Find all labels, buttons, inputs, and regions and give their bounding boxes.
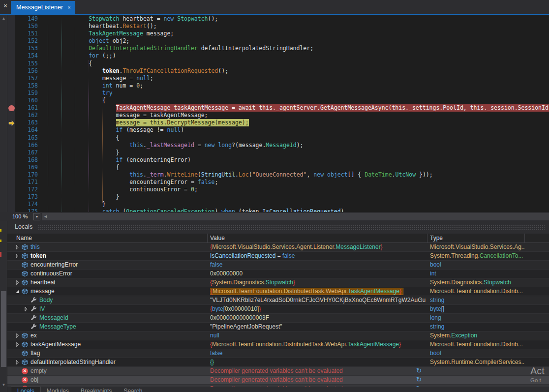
code-token: _term — [147, 171, 164, 178]
code-token: (message != — [122, 126, 167, 133]
locals-row[interactable]: IV{byte[0x00000010]}byte[] — [7, 305, 549, 314]
scroll-down-icon[interactable]: ▼ — [1, 383, 6, 388]
code-line[interactable]: 156token.ThrowIfCancellationRequested(); — [7, 67, 549, 75]
collapse-icon[interactable] — [15, 289, 20, 296]
object-cube-icon — [22, 332, 28, 340]
code-line[interactable]: 160{ — [7, 97, 549, 104]
window-close-icon[interactable]: × — [1, 1, 9, 10]
locals-row[interactable]: taskAgentMessage{Microsoft.TeamFoundatio… — [7, 340, 549, 349]
code-line[interactable]: 149Stopwatch heartbeat = new Stopwatch()… — [7, 15, 549, 23]
locals-row[interactable]: Body"VLJTd0NKRbliz7eL4rxadSoD0rnkCFJcGVH… — [7, 296, 549, 305]
tool-tab-search[interactable]: Search — [118, 387, 148, 392]
code-line[interactable]: 165{ — [7, 134, 549, 142]
code-line[interactable]: 169{ — [7, 164, 549, 171]
execution-arrow-icon[interactable] — [8, 120, 15, 128]
scroll-up-icon[interactable]: ▲ — [1, 16, 6, 21]
column-header-name[interactable]: Name — [16, 235, 32, 241]
code-token: DateTime — [365, 171, 392, 178]
scroll-left-icon[interactable]: ◄ — [43, 214, 48, 219]
code-line[interactable]: 166this._lastMessageId = new long?(messa… — [7, 142, 549, 149]
locals-row[interactable]: MessageId0x000000000000003Flong — [7, 314, 549, 323]
tool-tab-modules[interactable]: Modules — [41, 387, 75, 392]
locals-row[interactable]: encounteringErrorfalsebool — [7, 261, 549, 270]
variable-name: heartbeat — [30, 279, 56, 286]
scrollbar-thumb[interactable] — [1, 291, 6, 367]
variable-type: string — [430, 297, 524, 303]
code-line[interactable]: 175catch (OperationCanceledException) wh… — [7, 208, 549, 212]
code-text: this._term.WriteLine(StringUtil.Loc("Que… — [129, 171, 432, 179]
breakpoint-icon[interactable] — [8, 105, 15, 112]
tool-tab-locals[interactable]: Locals — [11, 387, 41, 392]
tool-window-tabs: LocalsModulesBreakpointsSearch — [7, 387, 549, 392]
locals-row[interactable]: heartbeat{System.Diagnostics.Stopwatch}S… — [7, 278, 549, 287]
tool-tab-breakpoints[interactable]: Breakpoints — [75, 387, 118, 392]
vertical-scrollbar[interactable]: ▲ ▼ — [0, 15, 7, 392]
locals-title-bar[interactable]: Locals — [7, 221, 549, 234]
code-line[interactable]: 171encounteringError = false; — [7, 179, 549, 186]
code-text: { — [102, 97, 106, 104]
locals-row[interactable]: message{Microsoft.TeamFoundation.Distrib… — [7, 287, 549, 296]
zoom-level-control[interactable]: 100 % — [8, 213, 31, 220]
code-line[interactable]: 161TaskAgentMessage taskAgentMessage = a… — [7, 104, 549, 112]
code-line[interactable]: 155{ — [7, 60, 549, 67]
locals-row[interactable]: ✕emptyDecompiler generated variables can… — [7, 367, 549, 376]
code-line[interactable]: 150heartbeat.Restart(); — [7, 23, 549, 30]
line-number: 173 — [15, 193, 38, 201]
locals-row[interactable]: exnullSystem.Exception — [7, 332, 549, 340]
code-text: { — [116, 164, 120, 171]
type-segment: System.Diagnostics. — [430, 279, 484, 286]
locals-row[interactable]: ✕objDecompiler generated variables can't… — [7, 376, 549, 385]
refresh-icon[interactable]: ↻ — [416, 367, 422, 374]
zoom-dropdown-icon[interactable]: ▼ — [33, 213, 40, 220]
locals-row[interactable]: MessageType"PipelineAgentJobRequest"stri… — [7, 323, 549, 332]
locals-row[interactable]: this{Microsoft.VisualStudio.Services.Age… — [7, 243, 549, 252]
code-line[interactable]: 172continuousError = 0; — [7, 186, 549, 193]
expand-icon[interactable] — [15, 360, 20, 366]
code-line[interactable]: 158int num = 0; — [7, 82, 549, 90]
code-line[interactable]: 163message = this.DecryptMessage(message… — [7, 119, 549, 126]
code-line[interactable]: 152object obj2; — [7, 37, 549, 45]
horizontal-scrollbar[interactable]: ◄ — [42, 213, 549, 220]
code-token: . — [164, 171, 167, 178]
locals-row[interactable]: flagfalsebool — [7, 349, 549, 358]
code-line[interactable]: 164if (message != null) — [7, 126, 549, 134]
code-line[interactable]: 174} — [7, 201, 549, 208]
code-line[interactable]: 162message = taskAgentMessage; — [7, 112, 549, 119]
tab-close-icon[interactable]: × — [67, 5, 70, 10]
variable-value: 0x000000000000003F — [210, 314, 426, 321]
code-line[interactable]: 173} — [7, 193, 549, 201]
code-editor[interactable]: 149Stopwatch heartbeat = new Stopwatch()… — [7, 15, 549, 212]
expand-icon[interactable] — [15, 342, 20, 349]
refresh-icon[interactable]: ↻ — [416, 376, 422, 383]
change-marker — [0, 240, 1, 242]
code-token: Loc — [239, 171, 249, 178]
object-cube-icon — [22, 253, 28, 259]
tab-messagelistener[interactable]: MessageListener × — [11, 1, 75, 14]
expand-icon[interactable] — [15, 244, 20, 251]
code-token: ThrowIfCancellationRequested — [122, 67, 218, 74]
code-line[interactable]: 153DefaultInterpolatedStringHandler defa… — [7, 45, 549, 52]
code-text: DefaultInterpolatedStringHandler default… — [89, 45, 313, 52]
code-line[interactable]: 151TaskAgentMessage message; — [7, 30, 549, 37]
code-line[interactable]: 167} — [7, 149, 549, 156]
code-line[interactable]: 157message = null; — [7, 75, 549, 82]
variable-type: bool — [430, 261, 524, 268]
code-line[interactable]: 159try — [7, 90, 549, 97]
code-line[interactable]: 170this._term.WriteLine(StringUtil.Loc("… — [7, 171, 549, 179]
line-number: 152 — [15, 37, 38, 45]
code-text: encounteringError = false; — [129, 179, 218, 186]
locals-row[interactable]: defaultInterpolatedStringHandler{}System… — [7, 358, 549, 367]
type-segment: bool — [430, 261, 441, 268]
type-segment: System.Runtime.CompilerServices... — [430, 359, 524, 365]
expand-icon[interactable] — [24, 306, 29, 313]
column-header-type[interactable]: Type — [430, 235, 443, 241]
expand-icon[interactable] — [15, 333, 20, 340]
locals-row[interactable]: tokenIsCancellationRequested = falseSyst… — [7, 252, 549, 261]
variable-name: continuousError — [30, 270, 72, 277]
expand-icon[interactable] — [15, 253, 20, 260]
column-header-value[interactable]: Value — [210, 235, 225, 241]
locals-row[interactable]: continuousError0x00000000int — [7, 270, 549, 278]
code-line[interactable]: 154for (;;) — [7, 52, 549, 60]
expand-icon[interactable] — [15, 280, 20, 287]
code-line[interactable]: 168if (encounteringError) — [7, 156, 549, 164]
